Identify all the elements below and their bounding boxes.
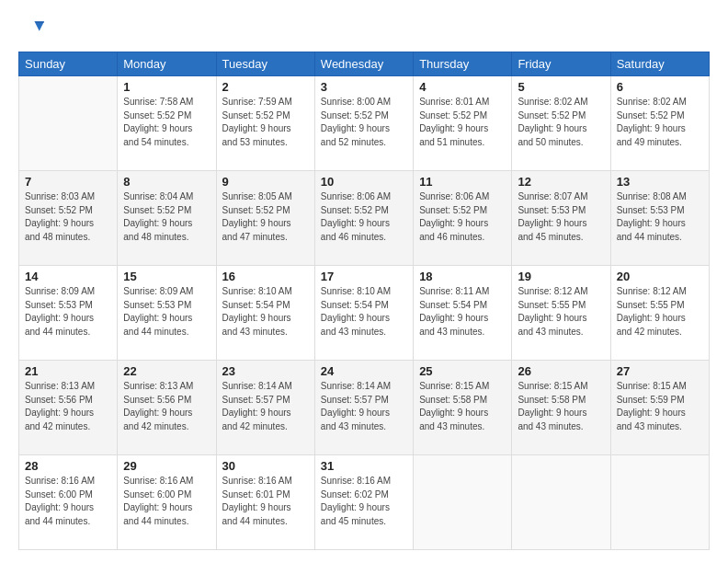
calendar-cell: 21Sunrise: 8:13 AM Sunset: 5:56 PM Dayli… xyxy=(19,361,118,455)
calendar-cell: 4Sunrise: 8:01 AM Sunset: 5:52 PM Daylig… xyxy=(414,76,512,171)
calendar-cell: 6Sunrise: 8:02 AM Sunset: 5:52 PM Daylig… xyxy=(610,76,709,171)
day-number: 15 xyxy=(123,270,210,283)
day-detail: Sunrise: 8:16 AM Sunset: 6:02 PM Dayligh… xyxy=(321,475,407,528)
day-detail: Sunrise: 8:07 AM Sunset: 5:53 PM Dayligh… xyxy=(518,190,604,244)
calendar-cell: 11Sunrise: 8:06 AM Sunset: 5:52 PM Dayli… xyxy=(414,171,512,266)
col-header-friday: Friday xyxy=(512,52,610,76)
day-number: 1 xyxy=(123,80,210,94)
day-number: 20 xyxy=(617,270,703,283)
day-number: 16 xyxy=(222,270,309,283)
day-number: 27 xyxy=(617,364,703,378)
calendar-cell xyxy=(19,76,118,171)
calendar-cell xyxy=(414,455,512,550)
day-number: 5 xyxy=(518,80,604,94)
col-header-sunday: Sunday xyxy=(19,52,118,76)
day-detail: Sunrise: 8:16 AM Sunset: 6:00 PM Dayligh… xyxy=(123,475,210,528)
calendar-cell: 30Sunrise: 8:16 AM Sunset: 6:01 PM Dayli… xyxy=(216,455,314,550)
day-detail: Sunrise: 8:10 AM Sunset: 5:54 PM Dayligh… xyxy=(321,285,407,339)
day-detail: Sunrise: 8:03 AM Sunset: 5:52 PM Dayligh… xyxy=(25,190,111,244)
calendar-cell: 23Sunrise: 8:14 AM Sunset: 5:57 PM Dayli… xyxy=(216,361,314,455)
day-detail: Sunrise: 8:06 AM Sunset: 5:52 PM Dayligh… xyxy=(321,190,407,244)
day-detail: Sunrise: 7:58 AM Sunset: 5:52 PM Dayligh… xyxy=(123,96,210,149)
day-number: 13 xyxy=(617,175,703,189)
calendar-table: SundayMondayTuesdayWednesdayThursdayFrid… xyxy=(18,52,710,550)
day-number: 28 xyxy=(25,459,111,473)
day-number: 30 xyxy=(222,459,309,473)
calendar-cell: 10Sunrise: 8:06 AM Sunset: 5:52 PM Dayli… xyxy=(314,171,413,266)
day-detail: Sunrise: 7:59 AM Sunset: 5:52 PM Dayligh… xyxy=(222,96,309,149)
svg-marker-1 xyxy=(35,21,45,23)
calendar-cell: 2Sunrise: 7:59 AM Sunset: 5:52 PM Daylig… xyxy=(216,76,314,171)
day-detail: Sunrise: 8:09 AM Sunset: 5:53 PM Dayligh… xyxy=(123,285,210,339)
calendar-cell: 8Sunrise: 8:04 AM Sunset: 5:52 PM Daylig… xyxy=(118,171,216,266)
day-detail: Sunrise: 8:16 AM Sunset: 6:00 PM Dayligh… xyxy=(25,475,111,528)
day-number: 8 xyxy=(123,175,210,189)
day-detail: Sunrise: 8:13 AM Sunset: 5:56 PM Dayligh… xyxy=(25,380,111,433)
day-number: 12 xyxy=(518,175,604,189)
calendar-cell: 16Sunrise: 8:10 AM Sunset: 5:54 PM Dayli… xyxy=(216,266,314,361)
day-detail: Sunrise: 8:02 AM Sunset: 5:52 PM Dayligh… xyxy=(518,96,604,149)
day-number: 29 xyxy=(123,459,210,473)
day-detail: Sunrise: 8:01 AM Sunset: 5:52 PM Dayligh… xyxy=(419,96,506,149)
header xyxy=(18,17,710,42)
day-detail: Sunrise: 8:09 AM Sunset: 5:53 PM Dayligh… xyxy=(25,285,111,339)
calendar-cell: 1Sunrise: 7:58 AM Sunset: 5:52 PM Daylig… xyxy=(118,76,216,171)
calendar-cell: 26Sunrise: 8:15 AM Sunset: 5:58 PM Dayli… xyxy=(512,361,610,455)
day-detail: Sunrise: 8:06 AM Sunset: 5:52 PM Dayligh… xyxy=(419,190,506,244)
day-detail: Sunrise: 8:15 AM Sunset: 5:58 PM Dayligh… xyxy=(518,380,604,433)
calendar-week-row: 1Sunrise: 7:58 AM Sunset: 5:52 PM Daylig… xyxy=(19,76,710,171)
logo-icon xyxy=(18,17,44,42)
day-detail: Sunrise: 8:14 AM Sunset: 5:57 PM Dayligh… xyxy=(222,380,309,433)
calendar-week-row: 28Sunrise: 8:16 AM Sunset: 6:00 PM Dayli… xyxy=(19,455,710,550)
day-number: 3 xyxy=(321,80,407,94)
day-number: 23 xyxy=(222,364,309,378)
day-number: 21 xyxy=(25,364,111,378)
day-number: 19 xyxy=(518,270,604,283)
day-detail: Sunrise: 8:14 AM Sunset: 5:57 PM Dayligh… xyxy=(321,380,407,433)
day-detail: Sunrise: 8:12 AM Sunset: 5:55 PM Dayligh… xyxy=(617,285,703,339)
day-detail: Sunrise: 8:12 AM Sunset: 5:55 PM Dayligh… xyxy=(518,285,604,339)
day-detail: Sunrise: 8:10 AM Sunset: 5:54 PM Dayligh… xyxy=(222,285,309,339)
col-header-saturday: Saturday xyxy=(610,52,709,76)
day-number: 26 xyxy=(518,364,604,378)
day-number: 18 xyxy=(419,270,506,283)
calendar-cell: 7Sunrise: 8:03 AM Sunset: 5:52 PM Daylig… xyxy=(19,171,118,266)
calendar-cell: 27Sunrise: 8:15 AM Sunset: 5:59 PM Dayli… xyxy=(610,361,709,455)
col-header-wednesday: Wednesday xyxy=(314,52,413,76)
page: SundayMondayTuesdayWednesdayThursdayFrid… xyxy=(0,0,728,563)
day-detail: Sunrise: 8:15 AM Sunset: 5:59 PM Dayligh… xyxy=(617,380,703,433)
day-number: 10 xyxy=(321,175,407,189)
calendar-cell: 31Sunrise: 8:16 AM Sunset: 6:02 PM Dayli… xyxy=(314,455,413,550)
calendar-cell: 22Sunrise: 8:13 AM Sunset: 5:56 PM Dayli… xyxy=(118,361,216,455)
calendar-week-row: 21Sunrise: 8:13 AM Sunset: 5:56 PM Dayli… xyxy=(19,361,710,455)
calendar-cell: 3Sunrise: 8:00 AM Sunset: 5:52 PM Daylig… xyxy=(314,76,413,171)
calendar-cell: 20Sunrise: 8:12 AM Sunset: 5:55 PM Dayli… xyxy=(610,266,709,361)
calendar-week-row: 14Sunrise: 8:09 AM Sunset: 5:53 PM Dayli… xyxy=(19,266,710,361)
day-number: 7 xyxy=(25,175,111,189)
day-number: 22 xyxy=(123,364,210,378)
day-detail: Sunrise: 8:02 AM Sunset: 5:52 PM Dayligh… xyxy=(617,96,703,149)
col-header-monday: Monday xyxy=(118,52,216,76)
logo xyxy=(18,17,48,42)
calendar-cell: 15Sunrise: 8:09 AM Sunset: 5:53 PM Dayli… xyxy=(118,266,216,361)
day-detail: Sunrise: 8:08 AM Sunset: 5:53 PM Dayligh… xyxy=(617,190,703,244)
day-detail: Sunrise: 8:15 AM Sunset: 5:58 PM Dayligh… xyxy=(419,380,506,433)
day-number: 17 xyxy=(321,270,407,283)
calendar-cell: 13Sunrise: 8:08 AM Sunset: 5:53 PM Dayli… xyxy=(610,171,709,266)
day-detail: Sunrise: 8:13 AM Sunset: 5:56 PM Dayligh… xyxy=(123,380,210,433)
calendar-cell xyxy=(610,455,709,550)
day-number: 4 xyxy=(419,80,506,94)
day-number: 2 xyxy=(222,80,309,94)
day-detail: Sunrise: 8:11 AM Sunset: 5:54 PM Dayligh… xyxy=(419,285,506,339)
calendar-week-row: 7Sunrise: 8:03 AM Sunset: 5:52 PM Daylig… xyxy=(19,171,710,266)
calendar-cell: 5Sunrise: 8:02 AM Sunset: 5:52 PM Daylig… xyxy=(512,76,610,171)
calendar-cell: 18Sunrise: 8:11 AM Sunset: 5:54 PM Dayli… xyxy=(414,266,512,361)
day-number: 6 xyxy=(617,80,703,94)
calendar-cell: 12Sunrise: 8:07 AM Sunset: 5:53 PM Dayli… xyxy=(512,171,610,266)
calendar-header-row: SundayMondayTuesdayWednesdayThursdayFrid… xyxy=(19,52,710,76)
day-detail: Sunrise: 8:04 AM Sunset: 5:52 PM Dayligh… xyxy=(123,190,210,244)
calendar-cell: 28Sunrise: 8:16 AM Sunset: 6:00 PM Dayli… xyxy=(19,455,118,550)
calendar-cell: 17Sunrise: 8:10 AM Sunset: 5:54 PM Dayli… xyxy=(314,266,413,361)
day-number: 11 xyxy=(419,175,506,189)
day-number: 25 xyxy=(419,364,506,378)
